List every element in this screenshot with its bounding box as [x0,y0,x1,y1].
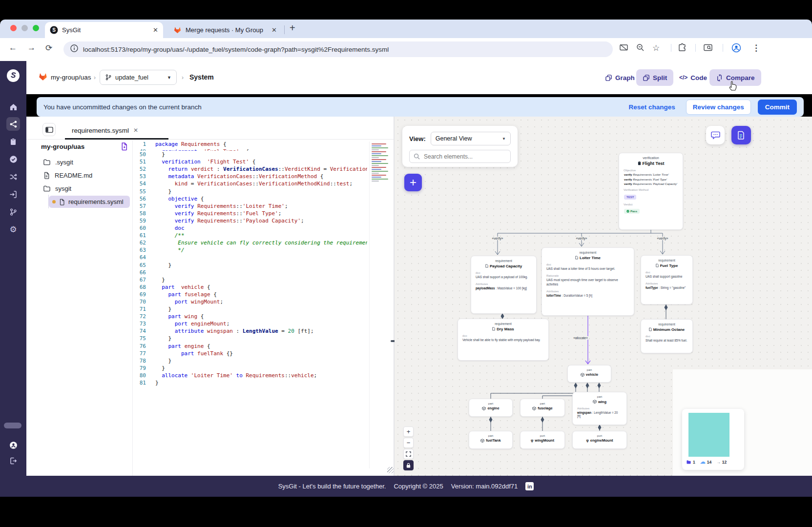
sidebar-item-home[interactable] [6,100,20,114]
tree-item-requirements-selected[interactable]: requirements.sysml [49,196,130,208]
review-changes-button[interactable]: Review changes [686,100,751,115]
graph-view-button[interactable]: Graph [599,69,641,86]
screen-share-off-button[interactable] [619,43,628,54]
sidebar-collapse-pill[interactable] [4,423,21,428]
code-line[interactable]: 57 verify Requirements::'Loiter Time'; [133,203,367,210]
back-button[interactable]: ← [9,43,17,53]
browser-tab-merge-requests[interactable]: Merge requests · My Group / u ✕ [168,22,282,38]
browser-menu-icon[interactable]: ⋮ [752,43,760,53]
window-minimize-button[interactable] [21,25,28,31]
code-line[interactable]: 58 verify Requirements::'Fuel Type'; [133,210,367,217]
code-editor[interactable]: 1package Requirements {49 requirement 'F… [133,141,367,474]
code-line[interactable]: 76 part engine { [133,343,367,350]
editor-tab-requirements[interactable]: requirements.sysml ✕ [66,122,144,139]
sidebar-item-code-graph[interactable] [6,117,20,131]
commit-button[interactable]: Commit [758,100,797,115]
code-line[interactable]: 55 } [133,188,367,195]
node-port-enginemount[interactable]: port ψ engineMount [572,431,627,449]
code-line[interactable]: 70 port wingMount; [133,298,367,305]
add-element-button[interactable]: + [404,174,422,191]
code-line[interactable]: 72 part wing { [133,313,367,320]
code-line[interactable]: 60 doc [133,224,367,232]
branch-selector[interactable]: update_fuel ▼ [100,70,177,85]
code-line[interactable]: 69 part fuselage { [133,291,367,298]
code-line[interactable]: 50 } [133,151,367,158]
node-port-wingmount[interactable]: port ψ wingMount [520,431,565,449]
code-line[interactable]: 67 } [133,276,367,284]
zoom-out-button[interactable]: − [403,438,414,448]
node-part-fueltank[interactable]: part fuelTank [469,431,513,449]
code-line[interactable]: 79 } [133,365,367,372]
linkedin-icon[interactable]: in [525,482,534,490]
code-line[interactable]: 71 } [133,305,367,313]
node-requirement-dry-mass[interactable]: requirement Dry Mass doc Vehicle shall b… [458,319,549,361]
breadcrumb-project[interactable]: my-group/uas [51,74,91,81]
zoom-in-button[interactable]: + [403,426,414,437]
sidebar-item-branches[interactable] [6,205,20,219]
node-part-vehicle[interactable]: part vehicle [567,365,611,383]
editor-tab-close-icon[interactable]: ✕ [133,127,138,134]
side-panel-search-button[interactable] [703,43,713,54]
sidebar-item-logout[interactable] [6,454,20,467]
graph-canvas[interactable]: «verify» «verify» «verify» «allocate» ve… [395,117,812,476]
split-view-button[interactable]: Split [636,69,673,86]
code-line[interactable]: 51 verification 'Flight Test' { [133,158,367,165]
node-part-fuselage[interactable]: part fuselage [520,399,565,417]
code-view-button[interactable]: </> Code [673,69,713,86]
code-line[interactable]: 75 } [133,335,367,342]
graph-minimap[interactable]: 1 ☁14 →12 [682,409,744,470]
code-line[interactable]: 80 allocate 'Loiter Time' to Requirement… [133,372,367,379]
explorer-toggle-button[interactable] [42,123,56,136]
tree-item-sysgit-folder[interactable]: sysgit [43,185,71,192]
code-line[interactable]: 81} [133,379,367,386]
sidebar-item-import[interactable] [6,187,20,201]
code-line[interactable]: 74 attribute wingspan : LengthValue = 20… [133,327,367,335]
tab-close-icon[interactable]: ✕ [148,26,158,34]
node-part-engine[interactable]: part engine [469,399,513,417]
code-line[interactable]: 54 kind = VerificationCases::Verificatio… [133,180,367,187]
profile-button[interactable] [731,43,741,55]
reload-button[interactable]: ⟳ [45,43,52,53]
window-zoom-button[interactable] [33,25,39,31]
url-bar[interactable]: localhost:5173/repo/my-group/uas/-/updat… [63,41,613,57]
search-input[interactable] [423,153,506,161]
document-panel-button[interactable] [731,126,751,144]
editor-minimap[interactable] [369,142,392,468]
new-file-button[interactable] [120,142,128,153]
fit-view-button[interactable] [403,449,414,459]
code-line[interactable]: 63 */ [133,246,367,254]
sidebar-item-verification[interactable] [6,152,20,166]
node-requirement-fuel-type[interactable]: requirement Fuel Type doc UAS shall supp… [641,255,693,304]
tree-item-sysgit-hidden[interactable]: .sysgit [43,159,73,166]
site-info-icon[interactable] [70,44,78,54]
reset-changes-button[interactable]: Reset changes [628,103,675,111]
node-requirement-payload-capacity[interactable]: requirement Payload Capacity doc UAS sha… [471,256,537,314]
code-line[interactable]: 65 } [133,262,367,269]
lock-button[interactable] [403,460,414,470]
zoom-button[interactable] [636,43,645,54]
node-requirement-loiter-time[interactable]: requirement Loiter Time doc UAS shall ha… [541,247,634,316]
sidebar-item-account[interactable] [6,438,20,452]
code-line[interactable]: 66 [133,269,367,276]
code-line[interactable]: 49 requirement 'Fuel Type' { [133,148,367,151]
code-line[interactable]: 73 port engineMount; [133,320,367,327]
comments-button[interactable] [706,126,725,144]
extensions-icon[interactable] [678,43,687,54]
panel-resize-grip[interactable] [387,467,394,473]
tab-close-icon[interactable]: ✕ [267,26,277,34]
node-requirement-minimum-octane[interactable]: requirement Minimum Octane doc Shall req… [641,319,693,353]
browser-tab-sysgit[interactable]: S SysGit ✕ [45,22,163,38]
node-part-wing[interactable]: part wing Attributes wingspan : LengthVa… [572,392,627,425]
view-select[interactable]: General View ▼ [431,132,511,145]
window-close-button[interactable] [10,25,17,31]
code-line[interactable]: 56 objective { [133,195,367,203]
sidebar-item-requirements[interactable] [6,135,20,148]
code-line[interactable]: 61 /** [133,232,367,239]
code-line[interactable]: 77 part fuelTank {} [133,350,367,357]
code-line[interactable]: 64 [133,254,367,261]
tree-item-readme[interactable]: README.md [43,172,92,179]
bookmark-star-icon[interactable]: ☆ [652,43,660,53]
code-line[interactable]: 52 return verdict : VerificationCases::V… [133,165,367,173]
node-verification-flight-test[interactable]: verification Flight Test Objective verif… [619,153,683,230]
code-line[interactable]: 62 Ensure vehicle can fly correctly cons… [133,239,367,246]
